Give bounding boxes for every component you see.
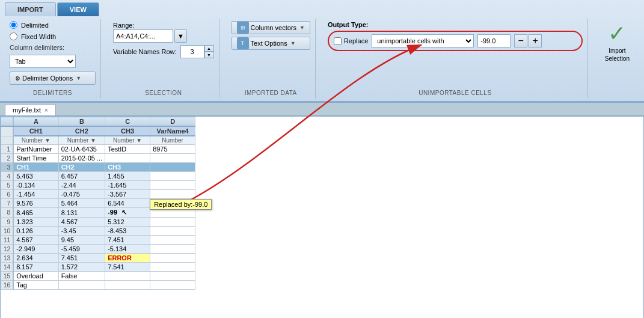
type-b: Number ▼ xyxy=(58,136,105,145)
file-tab-name: myFile.txt xyxy=(13,106,41,114)
ch2-label: CH2 xyxy=(58,126,105,136)
table-row: 7 9.576 5.464 6.544 Replaced by:-99.0 xyxy=(1,199,195,208)
col-header-c: C xyxy=(105,117,150,127)
replaced-by-tooltip: Replaced by:-99.0 xyxy=(150,199,212,210)
table-row: 5 -0.134 -2.44 -1.645 xyxy=(1,181,195,190)
ch1-label: CH1 xyxy=(13,126,58,136)
file-tab[interactable]: myFile.txt × xyxy=(5,104,56,115)
fixed-width-label: Fixed Width xyxy=(21,33,56,40)
text-options-arrow: ▼ xyxy=(290,40,296,46)
type-a: Number ▼ xyxy=(13,136,58,145)
view-tab[interactable]: VIEW xyxy=(57,2,99,16)
ch3-label: CH3 xyxy=(105,126,150,136)
table-row: 9 1.323 4.567 5.312 xyxy=(1,218,195,227)
col-header-b: B xyxy=(58,117,105,127)
table-row: 12 -2.949 -5.459 -5.134 xyxy=(1,245,195,254)
import-label: Import xyxy=(609,47,625,54)
delimiter-options-button[interactable]: ⚙ Delimiter Options ▼ xyxy=(10,72,96,85)
delimited-label: Delimited xyxy=(21,22,49,29)
selection-label: SELECTION xyxy=(113,87,214,96)
delimiter-select[interactable]: Tab xyxy=(10,55,76,68)
imported-data-label: IMPORTED DATA xyxy=(232,87,310,96)
table-row: 10 0.126 -3.45 -8.453 xyxy=(1,227,195,236)
text-options-icon: T xyxy=(237,37,249,49)
column-vectors-arrow: ▼ xyxy=(299,25,305,31)
range-expand-button[interactable]: ▼ xyxy=(174,29,187,43)
fixed-width-radio[interactable] xyxy=(10,32,17,40)
table-row: 2 Start Time 2015-02-05 ... xyxy=(1,154,195,163)
type-d: Number xyxy=(150,136,195,145)
col-header-a: A xyxy=(13,117,58,127)
table-row: 15 Overload False xyxy=(1,272,195,281)
varnames-input[interactable] xyxy=(180,45,204,58)
table-row: 4 5.463 6.457 1.455 xyxy=(1,172,195,181)
condition-select[interactable]: unimportable cells with xyxy=(372,34,474,47)
output-type-label: Output Type: xyxy=(328,21,583,28)
varnames-label: Variable Names Row: xyxy=(113,48,177,55)
error-cell: ERROR xyxy=(105,254,150,263)
table-row: 13 2.634 7.451 ERROR xyxy=(1,254,195,263)
table-row: 11 4.567 9.45 7.451 xyxy=(1,236,195,245)
unimportable-cells-label: UNIMPORTABLE CELLS xyxy=(328,87,583,96)
delimiter-options-arrow: ▼ xyxy=(76,75,81,81)
cursor-icon: ↖ xyxy=(121,209,127,216)
varnames-up-button[interactable]: ▲ xyxy=(204,45,214,52)
table-row: 3 CH1 CH2 CH3 xyxy=(1,163,195,172)
replace-label: Replace xyxy=(344,37,368,44)
text-options-button[interactable]: T Text Options ▼ xyxy=(232,37,310,50)
column-vectors-icon: ⊞ xyxy=(237,22,249,34)
row-num-header xyxy=(1,117,14,127)
col-header-d: D xyxy=(150,117,195,127)
import-checkmark-icon: ✓ xyxy=(608,21,626,46)
replace-value-input[interactable] xyxy=(477,34,511,47)
table-row: 16 Tag xyxy=(1,281,195,290)
range-input[interactable] xyxy=(113,29,173,43)
unimportable-controls: Replace unimportable cells with − + xyxy=(328,31,583,51)
varnames-down-button[interactable]: ▼ xyxy=(204,52,214,58)
range-label: Range: xyxy=(113,22,134,29)
replace-checkbox[interactable] xyxy=(334,37,342,45)
minus-button[interactable]: − xyxy=(514,34,527,47)
file-tab-close[interactable]: × xyxy=(44,107,48,114)
varname4-label: VarName4 xyxy=(150,126,195,136)
import-tab[interactable]: IMPORT xyxy=(5,2,56,16)
table-row: 14 8.157 1.572 7.541 xyxy=(1,263,195,272)
selection-label: Selection xyxy=(605,55,630,62)
table-row: 6 -1.454 -0.475 -3.567 xyxy=(1,190,195,199)
data-grid: A B C D CH1 CH2 CH3 VarName4 Number ▼ Nu… xyxy=(1,117,195,290)
delimiters-label: DELIMITERS xyxy=(10,87,96,96)
plus-button[interactable]: + xyxy=(529,34,542,47)
table-row: 1 PartNumber 02-UA-6435 TestID 8975 xyxy=(1,145,195,154)
import-selection-button[interactable]: ✓ Import Selection xyxy=(605,21,630,62)
column-vectors-button[interactable]: ⊞ Column vectors ▼ xyxy=(232,21,310,34)
column-delimiters-label: Column delimiters: xyxy=(10,44,96,51)
delimited-radio[interactable] xyxy=(10,21,17,29)
type-c: Number ▼ xyxy=(105,136,150,145)
